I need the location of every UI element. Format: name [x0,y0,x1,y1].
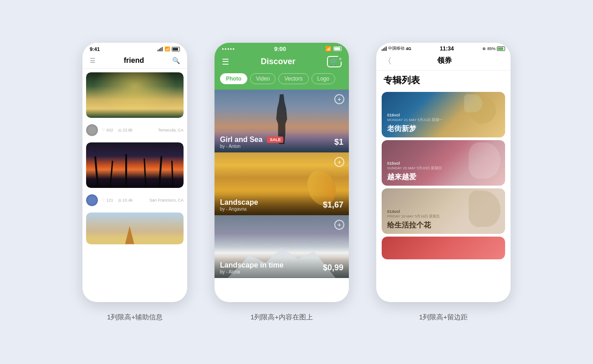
wifi-icon: 📶 [164,46,170,51]
photo-meta-1: ♡ 932 ◎ 23.8k [102,128,154,132]
card-plus-2[interactable]: + [334,157,344,167]
discover-card-1[interactable]: + Girl and Sea SALE by - Anton $1 [215,90,349,152]
card-plus-1[interactable]: + [334,94,344,104]
phone2-time: 9:00 [274,46,286,52]
album-title-2: 越来越爱 [387,172,442,182]
phone1-label: 1列限高+辅助信息 [107,313,163,322]
phone2-header: ☰ Discover 🛒 8 [215,54,349,71]
menu-icon-2[interactable]: ☰ [222,57,229,67]
filter-vectors[interactable]: Vectors [278,73,308,84]
back-button[interactable]: 〈 [383,56,392,66]
card3-price: $0,99 [323,263,343,273]
phone1-frame: 9:41 📶 ☰ friend � [82,43,187,302]
album-content-2: 015vol SUNDAY 20 MAY 5月20日 星期日 越来越爱 [382,157,447,186]
album-content-3: 014vol FRIDAY 18 MAY 5月18日 星期五 给生活拉个花 [382,206,445,234]
album-vol-2: 015vol [387,161,442,166]
filter-video[interactable]: Video [250,73,276,84]
photo-info-1: ♡ 932 ◎ 23.8k Temecula, CA [82,121,187,139]
phone3-section: 中国移动 4G 11:34 ⊕ 85% 〈 领券 ⋮ 专辑列表 [376,43,511,322]
sale-badge: SALE [267,136,283,143]
cart-button[interactable]: 🛒 8 [327,57,342,66]
wifi-icon-2: 📶 [325,46,332,52]
photo-meta-2: ♡ 121 ◎ 10.4k [102,198,146,202]
photo-card-3[interactable] [86,212,184,244]
album-card-4[interactable] [382,237,505,259]
album-section-title: 专辑列表 [376,71,511,89]
phone1-status: 9:41 📶 [82,43,187,54]
filter-tabs: Photo Video Vectors Logo [215,71,349,90]
phone2-title: Discover [261,57,295,66]
album-card-1[interactable]: 016vol MONDAY 21 MAY 5月21日 星期一 老街新梦 [382,92,505,137]
battery-icon-3 [497,46,505,51]
discover-card-3[interactable]: + Landscape in time by - Alcna $0,99 [215,215,349,278]
battery-icon [172,47,180,51]
photo-card-1[interactable] [86,72,184,118]
phone2-frame: ●●●●● 9:00 📶 ☰ Discover 🛒 8 [215,43,349,302]
album-date-2: SUNDAY 20 MAY 5月20日 星期日 [387,166,442,171]
phone3-nav-title: 领券 [437,56,452,66]
album-card-2[interactable]: 015vol SUNDAY 20 MAY 5月20日 星期日 越来越爱 [382,140,505,186]
phone1-title: friend [124,56,144,65]
card-overlay-1: Girl and Sea SALE by - Anton [215,132,349,152]
phone3-frame: 中国移动 4G 11:34 ⊕ 85% 〈 领券 ⋮ 专辑列表 [376,43,511,302]
album-content-1: 016vol MONDAY 21 MAY 5月21日 星期一 老街新梦 [382,109,448,137]
album-title-3: 给生活拉个花 [387,221,440,230]
location-icon: ⊕ [482,46,486,51]
network-text: 4G [406,46,411,51]
card-plus-3[interactable]: + [334,220,344,230]
phone1-time: 9:41 [90,46,100,52]
phone3-label: 1列限高+留边距 [419,313,468,322]
phone3-battery: 85% [487,46,496,51]
cart-badge: 8 [337,56,343,62]
phone1-header: ☰ friend 🔍 [82,54,187,69]
showcase-container: 9:41 📶 ☰ friend � [55,25,538,340]
card1-price: $1 [334,137,343,147]
filter-photo[interactable]: Photo [220,73,247,84]
photo-location-1: Temecula, CA [158,128,184,132]
album-date-1: MONDAY 21 MAY 5月21日 星期一 [387,117,443,122]
photo-palm-bg [86,142,184,188]
carrier-text: 中国移动 [388,46,404,51]
album-card-3[interactable]: 014vol FRIDAY 18 MAY 5月18日 星期五 给生活拉个花 [382,188,505,234]
card1-author: by - Anton [220,144,343,149]
avatar-1 [86,124,98,136]
avatar-2 [86,194,98,206]
album-vol-3: 014vol [387,209,440,214]
card1-title: Girl and Sea [220,136,262,144]
discover-card-2[interactable]: + Landscape by - Angavna $1,67 [215,152,349,215]
phone2-section: ●●●●● 9:00 📶 ☰ Discover 🛒 8 [215,43,349,322]
photo-location-2: San Francisco, CA [149,198,184,202]
phone2-status: ●●●●● 9:00 📶 [215,43,349,54]
phone1-section: 9:41 📶 ☰ friend � [82,43,187,322]
battery-icon-2 [333,46,342,51]
card2-price: $1,67 [323,200,343,210]
phone3-status: 中国移动 4G 11:34 ⊕ 85% [376,43,511,54]
menu-icon[interactable]: ☰ [90,57,96,64]
photo-info-2: ♡ 121 ◎ 10.4k San Francisco, CA [82,192,187,209]
phone2-dots: ●●●●● [222,47,235,51]
photo-card-2[interactable] [86,142,184,188]
album-date-3: FRIDAY 18 MAY 5月18日 星期五 [387,214,440,219]
filter-logo[interactable]: Logo [312,73,336,84]
phone2-label: 1列限高+内容在图上 [250,313,313,322]
photo-desert-bg [86,212,184,244]
search-icon[interactable]: 🔍 [172,57,180,64]
phone3-header: 〈 领券 ⋮ [376,54,511,71]
album-vol-1: 016vol [387,113,443,117]
phone3-time: 11:34 [440,46,454,52]
photo-forest-bg [86,72,184,118]
album-title-1: 老街新梦 [387,124,443,134]
